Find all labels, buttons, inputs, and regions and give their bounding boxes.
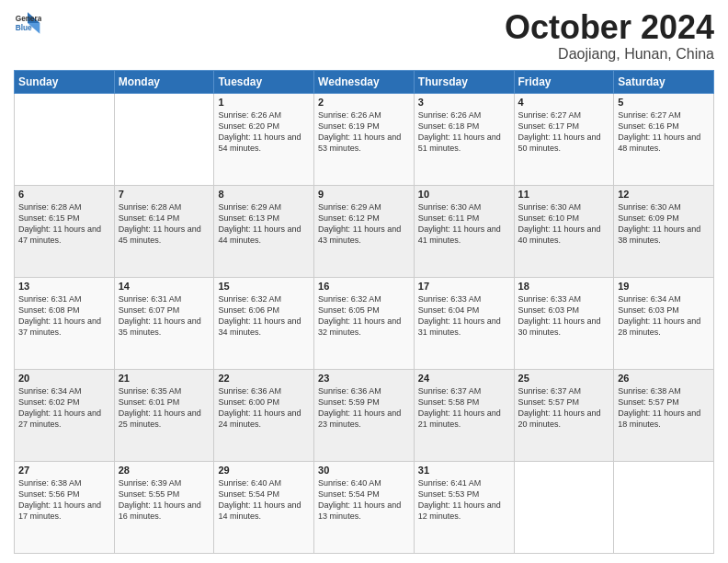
day-number: 28: [119, 465, 210, 476]
week-row-4: 20Sunrise: 6:34 AM Sunset: 6:02 PM Dayli…: [15, 369, 714, 461]
day-detail: Sunrise: 6:33 AM Sunset: 6:03 PM Dayligh…: [518, 293, 610, 339]
day-detail: Sunrise: 6:39 AM Sunset: 5:55 PM Dayligh…: [119, 477, 210, 523]
day-number: 2: [318, 97, 410, 108]
day-detail: Sunrise: 6:30 AM Sunset: 6:11 PM Dayligh…: [418, 201, 510, 247]
day-number: 15: [218, 281, 310, 292]
day-detail: Sunrise: 6:41 AM Sunset: 5:53 PM Dayligh…: [418, 477, 510, 523]
day-number: 5: [618, 97, 710, 108]
calendar-cell: 31Sunrise: 6:41 AM Sunset: 5:53 PM Dayli…: [414, 461, 514, 553]
calendar-cell: 1Sunrise: 6:26 AM Sunset: 6:20 PM Daylig…: [214, 93, 314, 185]
calendar-cell: 14Sunrise: 6:31 AM Sunset: 6:07 PM Dayli…: [114, 277, 214, 369]
calendar-table: Sunday Monday Tuesday Wednesday Thursday…: [14, 70, 714, 554]
col-friday: Friday: [514, 70, 614, 93]
day-number: 27: [18, 465, 110, 476]
calendar-cell: 9Sunrise: 6:29 AM Sunset: 6:12 PM Daylig…: [314, 185, 415, 277]
day-number: 25: [518, 373, 610, 384]
day-number: 20: [18, 373, 110, 384]
calendar-cell: 28Sunrise: 6:39 AM Sunset: 5:55 PM Dayli…: [114, 461, 214, 553]
calendar-cell: 18Sunrise: 6:33 AM Sunset: 6:03 PM Dayli…: [514, 277, 614, 369]
day-number: 18: [518, 281, 610, 292]
calendar-cell: 27Sunrise: 6:38 AM Sunset: 5:56 PM Dayli…: [15, 461, 115, 553]
calendar-cell: [514, 461, 614, 553]
day-number: 8: [218, 189, 310, 200]
day-detail: Sunrise: 6:34 AM Sunset: 6:02 PM Dayligh…: [18, 385, 110, 431]
day-detail: Sunrise: 6:31 AM Sunset: 6:07 PM Dayligh…: [119, 293, 210, 339]
calendar-cell: 25Sunrise: 6:37 AM Sunset: 5:57 PM Dayli…: [514, 369, 614, 461]
col-monday: Monday: [114, 70, 214, 93]
title-block: October 2024 Daojiang, Hunan, China: [505, 9, 714, 63]
calendar-cell: [15, 93, 115, 185]
day-number: 1: [218, 97, 310, 108]
calendar-cell: 6Sunrise: 6:28 AM Sunset: 6:15 PM Daylig…: [15, 185, 115, 277]
day-number: 24: [418, 373, 510, 384]
day-number: 10: [418, 189, 510, 200]
svg-text:Blue: Blue: [16, 23, 32, 32]
day-number: 6: [18, 189, 110, 200]
day-detail: Sunrise: 6:36 AM Sunset: 5:59 PM Dayligh…: [318, 385, 410, 431]
day-detail: Sunrise: 6:33 AM Sunset: 6:04 PM Dayligh…: [418, 293, 510, 339]
day-detail: Sunrise: 6:30 AM Sunset: 6:10 PM Dayligh…: [518, 201, 610, 247]
day-number: 17: [418, 281, 510, 292]
calendar-cell: 26Sunrise: 6:38 AM Sunset: 5:57 PM Dayli…: [614, 369, 714, 461]
day-detail: Sunrise: 6:27 AM Sunset: 6:17 PM Dayligh…: [518, 109, 610, 155]
logo-icon: General Blue: [14, 9, 41, 37]
day-number: 13: [18, 281, 110, 292]
day-number: 31: [418, 465, 510, 476]
calendar-cell: 12Sunrise: 6:30 AM Sunset: 6:09 PM Dayli…: [614, 185, 714, 277]
calendar-cell: 17Sunrise: 6:33 AM Sunset: 6:04 PM Dayli…: [414, 277, 514, 369]
calendar-header-row: Sunday Monday Tuesday Wednesday Thursday…: [15, 70, 714, 93]
col-thursday: Thursday: [414, 70, 514, 93]
calendar-cell: 16Sunrise: 6:32 AM Sunset: 6:05 PM Dayli…: [314, 277, 415, 369]
day-number: 3: [418, 97, 510, 108]
day-detail: Sunrise: 6:32 AM Sunset: 6:06 PM Dayligh…: [218, 293, 310, 339]
col-tuesday: Tuesday: [214, 70, 314, 93]
day-detail: Sunrise: 6:38 AM Sunset: 5:57 PM Dayligh…: [618, 385, 710, 431]
calendar-cell: 11Sunrise: 6:30 AM Sunset: 6:10 PM Dayli…: [514, 185, 614, 277]
day-number: 4: [518, 97, 610, 108]
day-number: 7: [119, 189, 210, 200]
day-detail: Sunrise: 6:28 AM Sunset: 6:15 PM Dayligh…: [18, 201, 110, 247]
calendar-cell: [614, 461, 714, 553]
day-number: 14: [119, 281, 210, 292]
day-number: 29: [218, 465, 310, 476]
day-number: 9: [318, 189, 410, 200]
calendar-cell: [114, 93, 214, 185]
calendar-cell: 10Sunrise: 6:30 AM Sunset: 6:11 PM Dayli…: [414, 185, 514, 277]
svg-text:General: General: [16, 14, 41, 23]
day-number: 16: [318, 281, 410, 292]
page-title: October 2024: [505, 9, 714, 46]
day-number: 21: [119, 373, 210, 384]
calendar-cell: 24Sunrise: 6:37 AM Sunset: 5:58 PM Dayli…: [414, 369, 514, 461]
calendar-cell: 19Sunrise: 6:34 AM Sunset: 6:03 PM Dayli…: [614, 277, 714, 369]
day-number: 12: [618, 189, 710, 200]
day-detail: Sunrise: 6:26 AM Sunset: 6:18 PM Dayligh…: [418, 109, 510, 155]
day-detail: Sunrise: 6:26 AM Sunset: 6:19 PM Dayligh…: [318, 109, 410, 155]
day-number: 30: [318, 465, 410, 476]
week-row-5: 27Sunrise: 6:38 AM Sunset: 5:56 PM Dayli…: [15, 461, 714, 553]
calendar-cell: 5Sunrise: 6:27 AM Sunset: 6:16 PM Daylig…: [614, 93, 714, 185]
week-row-1: 1Sunrise: 6:26 AM Sunset: 6:20 PM Daylig…: [15, 93, 714, 185]
day-detail: Sunrise: 6:37 AM Sunset: 5:58 PM Dayligh…: [418, 385, 510, 431]
calendar-cell: 22Sunrise: 6:36 AM Sunset: 6:00 PM Dayli…: [214, 369, 314, 461]
day-number: 26: [618, 373, 710, 384]
logo: General Blue: [14, 9, 41, 37]
calendar-cell: 30Sunrise: 6:40 AM Sunset: 5:54 PM Dayli…: [314, 461, 415, 553]
day-detail: Sunrise: 6:38 AM Sunset: 5:56 PM Dayligh…: [18, 477, 110, 523]
day-detail: Sunrise: 6:31 AM Sunset: 6:08 PM Dayligh…: [18, 293, 110, 339]
day-detail: Sunrise: 6:34 AM Sunset: 6:03 PM Dayligh…: [618, 293, 710, 339]
day-detail: Sunrise: 6:40 AM Sunset: 5:54 PM Dayligh…: [318, 477, 410, 523]
day-detail: Sunrise: 6:36 AM Sunset: 6:00 PM Dayligh…: [218, 385, 310, 431]
day-detail: Sunrise: 6:28 AM Sunset: 6:14 PM Dayligh…: [119, 201, 210, 247]
day-detail: Sunrise: 6:29 AM Sunset: 6:12 PM Dayligh…: [318, 201, 410, 247]
calendar-cell: 7Sunrise: 6:28 AM Sunset: 6:14 PM Daylig…: [114, 185, 214, 277]
day-number: 23: [318, 373, 410, 384]
week-row-3: 13Sunrise: 6:31 AM Sunset: 6:08 PM Dayli…: [15, 277, 714, 369]
calendar-cell: 15Sunrise: 6:32 AM Sunset: 6:06 PM Dayli…: [214, 277, 314, 369]
calendar-cell: 20Sunrise: 6:34 AM Sunset: 6:02 PM Dayli…: [15, 369, 115, 461]
day-number: 19: [618, 281, 710, 292]
calendar-cell: 3Sunrise: 6:26 AM Sunset: 6:18 PM Daylig…: [414, 93, 514, 185]
calendar-cell: 13Sunrise: 6:31 AM Sunset: 6:08 PM Dayli…: [15, 277, 115, 369]
calendar-cell: 23Sunrise: 6:36 AM Sunset: 5:59 PM Dayli…: [314, 369, 415, 461]
col-sunday: Sunday: [15, 70, 115, 93]
day-detail: Sunrise: 6:35 AM Sunset: 6:01 PM Dayligh…: [119, 385, 210, 431]
